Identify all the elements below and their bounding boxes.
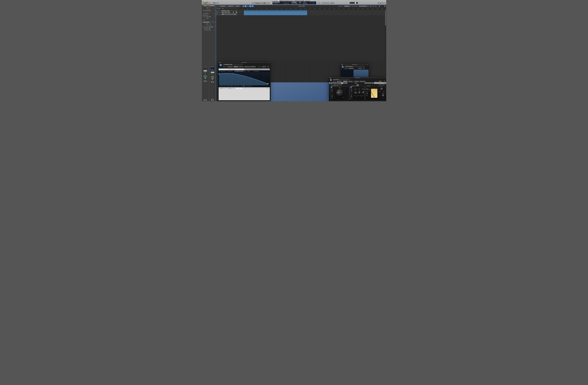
- stepper-icon[interactable]: ⇅: [215, 25, 216, 26]
- automation-icon[interactable]: ∿: [247, 5, 249, 7]
- settings-gear-icon[interactable]: ⚙ ⇅: [267, 88, 269, 89]
- preset-menu-button[interactable]: Preset: [367, 83, 370, 84]
- plugin-slot[interactable]: Tube Satur: [211, 71, 214, 72]
- add-track-button[interactable]: +: [217, 8, 218, 9]
- pan-knob[interactable]: [236, 12, 237, 13]
- button-s[interactable]: S: [213, 81, 214, 83]
- volume-env-tab[interactable]: Volume Env: [221, 71, 226, 72]
- apple-loops-browser-icon[interactable]: ◯: [381, 2, 383, 4]
- preset-select[interactable]: Ohne Namen⌄: [333, 79, 350, 80]
- stepper-icon[interactable]: ⇅: [215, 16, 216, 17]
- grid-view-icon[interactable]: ▦: [242, 5, 244, 7]
- note-pads-icon[interactable]: ▤: [379, 2, 381, 4]
- stepper-icon[interactable]: ⇅: [215, 10, 216, 11]
- plugin-power-button[interactable]: [330, 79, 332, 81]
- go-to-right-locator-button[interactable]: →R: [254, 2, 256, 4]
- view-zoom-select[interactable]: 51 % ⇅: [358, 68, 362, 69]
- list-editors-icon[interactable]: ≡: [378, 2, 379, 4]
- menu-bearbeiten[interactable]: Bearbeiten▾: [219, 5, 227, 7]
- duplicate-track-button[interactable]: ⊞: [218, 8, 220, 9]
- stepper-icon[interactable]: ⇅: [215, 15, 216, 16]
- button-m[interactable]: M: [211, 99, 212, 101]
- ir-offset-value[interactable]: 0.00 s: [232, 88, 234, 89]
- next-preset-button[interactable]: ›: [346, 68, 348, 69]
- pre-post-switch[interactable]: [351, 95, 352, 97]
- group-slot[interactable]: Gruppe: [204, 74, 207, 75]
- plugin-power-button[interactable]: [219, 64, 222, 66]
- forward-button[interactable]: ▶▶: [258, 2, 260, 4]
- paste-button[interactable]: Einsetzen: [238, 66, 244, 68]
- button-m[interactable]: M: [204, 99, 205, 101]
- close-icon[interactable]: [342, 64, 342, 65]
- go-to-left-locator-button[interactable]: L←: [252, 2, 254, 4]
- pan-knob[interactable]: [212, 78, 213, 80]
- paste-button[interactable]: Einsetzen: [348, 81, 353, 82]
- hide-toolbar-button[interactable]: ↑: [217, 5, 219, 7]
- output-knob[interactable]: [382, 94, 385, 97]
- close-icon[interactable]: [219, 62, 220, 63]
- redo-button[interactable]: Wiederholen: [359, 81, 366, 82]
- region-2.Rhythm_Guitar[interactable]: [244, 10, 307, 15]
- filter-env-tab[interactable]: Filter Env: [228, 71, 232, 72]
- flex-icon[interactable]: ⋈: [249, 5, 251, 7]
- plugin-slot[interactable]: Mastering: [211, 73, 214, 74]
- next-preset-icon[interactable]: ▶: [365, 83, 366, 84]
- vertical-scrollbar-thumb[interactable]: [385, 10, 386, 25]
- plugin-power-button[interactable]: [342, 66, 344, 68]
- prev-preset-button[interactable]: ‹: [333, 81, 334, 82]
- drive-knob[interactable]: [336, 89, 343, 96]
- lcd-mode-chevron-icon[interactable]: ⌄: [315, 2, 316, 3]
- no-input-monitoring-icon[interactable]: ✗: [323, 2, 325, 4]
- lcd-signature[interactable]: 4/4 /16: [299, 1, 303, 4]
- list-view-icon[interactable]: ▤: [245, 5, 247, 7]
- track-symbol-icon[interactable]: [209, 23, 212, 25]
- prev-preset-icon[interactable]: ◀: [345, 83, 347, 84]
- quality-value[interactable]: High: [223, 88, 225, 89]
- saturation-on-off-switch[interactable]: [332, 90, 333, 91]
- tab-sampled-ir[interactable]: SAMPLED IR: [219, 68, 244, 70]
- oversampling-switch[interactable]: [367, 93, 368, 94]
- editors-icon[interactable]: ✎: [217, 2, 219, 4]
- track-value[interactable]: Pre-Fader: [209, 26, 215, 27]
- volume-slider[interactable]: [231, 12, 235, 13]
- button-m[interactable]: M: [211, 81, 212, 83]
- tuner-icon[interactable]: Ψ: [325, 2, 327, 4]
- mixer-icon[interactable]: ≡: [215, 2, 217, 4]
- button-s[interactable]: S: [205, 99, 207, 101]
- capture-recording-icon[interactable]: ◔: [321, 2, 323, 4]
- quick-help-icon[interactable]: ?: [207, 2, 209, 4]
- drag-select[interactable]: Keine Überlapp.⇅: [358, 5, 369, 7]
- stepper-icon[interactable]: ⇅: [215, 29, 216, 30]
- group-slot[interactable]: Gruppe: [211, 75, 214, 76]
- browsers-icon[interactable]: ♪: [383, 2, 385, 4]
- track-value[interactable]: Audio 4: [209, 25, 215, 26]
- link-icon[interactable]: ∞: [384, 81, 385, 82]
- count-in-icon[interactable]: 1234: [331, 2, 332, 4]
- bypass-button[interactable]: Bypass: [330, 83, 334, 84]
- capture-recording-button[interactable]: ◔: [317, 2, 320, 4]
- volume-value[interactable]: -5,0: [211, 80, 214, 81]
- master-volume-knob[interactable]: [355, 2, 356, 4]
- flex-mode-select[interactable]: falsefalse: [221, 14, 236, 15]
- pause-button[interactable]: ▌▌: [264, 2, 266, 4]
- plugin-window-titlebar[interactable]: Stereo Out⊞: [341, 64, 369, 66]
- prev-preset-button[interactable]: ‹: [223, 66, 225, 68]
- catch-playhead-icon[interactable]: ⇥: [252, 5, 254, 7]
- checkbox-checked[interactable]: ✓: [209, 28, 210, 29]
- compare-button[interactable]: Vergleichen: [348, 68, 354, 69]
- checkbox[interactable]: [209, 8, 210, 9]
- region-inspector-header[interactable]: ∨Region: 4 ausgewählt: [202, 5, 216, 7]
- volume-value[interactable]: -1,5: [204, 79, 207, 80]
- tools-menu-button[interactable]: Tools: [371, 83, 374, 84]
- audio-device-slot[interactable]: [204, 68, 207, 69]
- snap-select[interactable]: Intelligent⇅: [344, 5, 351, 7]
- lcd-time[interactable]: 00:00:00.00 0000 3 3001: [273, 1, 283, 4]
- mid-knob[interactable]: [358, 91, 361, 94]
- ab-b-button[interactable]: B:: [343, 83, 345, 84]
- eq-on-off-switch[interactable]: [351, 90, 352, 91]
- next-preset-button[interactable]: ›: [225, 66, 226, 68]
- horizontal-zoom-slider[interactable]: [382, 5, 386, 7]
- mix-knob[interactable]: [380, 88, 383, 91]
- region-value[interactable]: Aus: [209, 10, 215, 11]
- copy-button[interactable]: Kopieren: [233, 66, 238, 68]
